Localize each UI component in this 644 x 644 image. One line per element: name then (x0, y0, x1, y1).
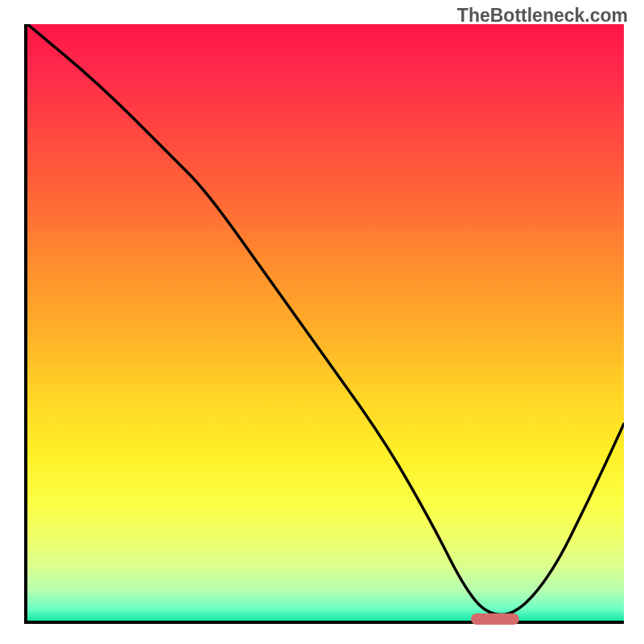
curve-svg (27, 24, 624, 621)
bottleneck-curve (27, 24, 624, 615)
plot-area (24, 24, 624, 624)
optimal-marker (471, 613, 519, 625)
watermark-text: TheBottleneck.com (457, 5, 628, 27)
